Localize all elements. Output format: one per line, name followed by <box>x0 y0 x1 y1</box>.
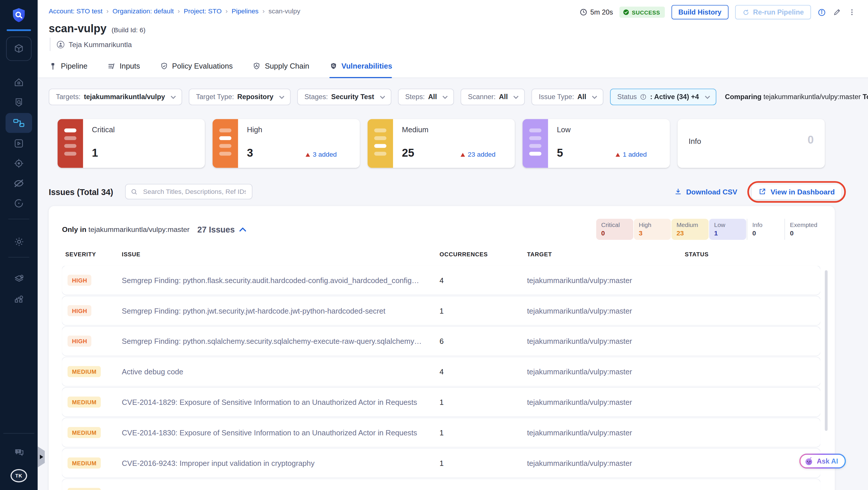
rerun-pipeline-button[interactable]: Re-run Pipeline <box>735 5 811 20</box>
table-row[interactable]: MEDIUM <box>62 479 820 490</box>
severity-badge: MEDIUM <box>67 427 101 438</box>
sidebar-item-exemptions[interactable] <box>6 174 32 193</box>
severity-gauge-medium <box>368 119 393 168</box>
sidebar-item-org-setup[interactable] <box>6 289 32 308</box>
chevron-down-icon <box>592 95 597 99</box>
table-row[interactable]: MEDIUM CVE-2014-1830: Exposure of Sensit… <box>62 418 820 447</box>
cube-icon <box>13 43 25 55</box>
chip-medium: Medium23 <box>672 219 709 240</box>
triangle-up-icon <box>306 153 310 156</box>
user-avatar[interactable]: TK <box>10 469 27 483</box>
sidebar-item-project-setup[interactable] <box>6 269 32 288</box>
scan-search-icon <box>13 97 24 108</box>
shield-search-icon <box>329 62 338 70</box>
home-icon <box>13 77 24 88</box>
table-row[interactable]: MEDIUM Active debug code 4 tejakummariku… <box>62 357 820 386</box>
severity-card-low[interactable]: Low 5 1 added <box>523 119 670 168</box>
severity-badge: HIGH <box>67 336 92 347</box>
layers-settings-icon <box>13 273 25 284</box>
breadcrumb-project[interactable]: Project: STO <box>174 7 222 15</box>
filter-steps[interactable]: Steps:All <box>398 89 454 105</box>
module-selector-button[interactable] <box>6 37 32 61</box>
info-icon[interactable] <box>818 8 826 17</box>
filter-scanner[interactable]: Scanner:All <box>461 89 525 105</box>
triangle-up-icon <box>460 153 465 156</box>
table-row[interactable]: HIGH Semgrep Finding: python.jwt.securit… <box>62 297 820 325</box>
sidebar-item-home[interactable] <box>6 73 32 92</box>
breadcrumb-organization[interactable]: Organization: default <box>102 7 174 15</box>
breadcrumb-pipelines[interactable]: Pipelines <box>222 7 258 15</box>
inputs-list-icon <box>107 62 116 70</box>
table-row[interactable]: MEDIUM CVE-2016-9243: Improper input val… <box>62 449 820 478</box>
build-history-button[interactable]: Build History <box>671 5 729 20</box>
severity-badge: HIGH <box>67 305 92 316</box>
ai-robot-icon <box>804 456 813 466</box>
issues-search[interactable] <box>125 184 253 200</box>
sidebar-item-targets[interactable] <box>6 154 32 173</box>
chip-exempted: Exempted0 <box>784 219 822 240</box>
severity-chip-strip: Critical0 High3 Medium23 Low1 Info0 Exem… <box>595 219 821 240</box>
comparing-text: Comparing tejakummarikuntla/vulpy:master… <box>725 93 868 101</box>
severity-badge: MEDIUM <box>67 366 101 377</box>
comparing-target[interactable]: tejakummarikuntla/vulpy:master <box>764 93 861 101</box>
severity-gauge-low <box>523 119 548 168</box>
tab-inputs[interactable]: Inputs <box>107 60 140 78</box>
severity-gauge-critical <box>58 119 83 168</box>
breadcrumb: Account: STO test Organization: default … <box>49 7 300 15</box>
header-actions: 5m 20s SUCCESS Build History Re-run Pi <box>580 5 856 20</box>
severity-card-critical[interactable]: Critical 1 <box>58 119 205 168</box>
col-status: STATUS <box>685 251 820 257</box>
harness-sto-logo-icon[interactable] <box>10 7 28 24</box>
breadcrumb-account[interactable]: Account: STO test <box>49 7 102 15</box>
sidebar-item-pipelines[interactable] <box>5 113 32 133</box>
tab-bar: Pipeline Inputs Policy Evaluations <box>49 60 392 78</box>
refresh-icon <box>743 9 750 16</box>
tab-policy-evaluations[interactable]: Policy Evaluations <box>160 60 233 78</box>
tab-supply-chain[interactable]: Supply Chain <box>253 60 309 78</box>
sidebar-item-settings[interactable] <box>6 232 32 251</box>
pipelines-icon <box>13 117 25 128</box>
power-icon <box>13 197 24 209</box>
help-chat-icon: ? <box>13 446 25 458</box>
sidebar-item-executions[interactable] <box>6 134 32 153</box>
org-settings-icon <box>13 293 25 304</box>
chevron-down-icon <box>705 95 710 99</box>
table-row[interactable]: HIGH Semgrep Finding: python.sqlalchemy.… <box>62 327 820 356</box>
filter-target-type[interactable]: Target Type:Repository <box>189 89 290 105</box>
shield-check-icon <box>160 62 168 70</box>
kebab-menu-icon[interactable] <box>848 8 856 17</box>
tab-pipeline[interactable]: Pipeline <box>49 60 87 78</box>
filter-targets[interactable]: Targets:tejakummarikuntla/vulpy <box>49 89 182 105</box>
chevron-down-icon <box>513 95 519 99</box>
tab-vulnerabilities[interactable]: Vulnerabilities <box>329 60 392 78</box>
view-in-dashboard-button[interactable]: View in Dashboard <box>752 184 842 199</box>
issues-table-body: HIGH Semgrep Finding: python.flask.secur… <box>62 266 820 490</box>
filter-stages[interactable]: Stages:Security Test <box>297 89 391 105</box>
shield-nodes-icon <box>253 62 261 70</box>
help-button[interactable]: ? <box>6 442 32 461</box>
filter-status[interactable]: Status : Active (34) +4 <box>610 89 716 105</box>
table-scrollbar[interactable] <box>825 270 828 431</box>
severity-card-info[interactable]: Info 0 <box>677 119 825 168</box>
sidebar-item-scans[interactable] <box>6 93 32 112</box>
target-icon <box>13 158 24 169</box>
issues-total-title: Issues (Total 34) <box>49 187 113 196</box>
group-collapse-toggle[interactable]: 27 Issues <box>197 225 246 234</box>
edit-pencil-icon[interactable] <box>833 8 841 17</box>
sidebar-divider <box>8 219 29 219</box>
search-input[interactable] <box>142 187 247 196</box>
table-row[interactable]: MEDIUM CVE-2014-1829: Exposure of Sensit… <box>62 388 820 417</box>
status-badge: SUCCESS <box>620 7 665 18</box>
download-csv-button[interactable]: Download CSV <box>675 187 737 196</box>
sidebar-footer: ? TK <box>0 433 38 490</box>
settings-gear-icon <box>13 236 25 247</box>
severity-card-high[interactable]: High 3 3 added <box>213 119 360 168</box>
ask-ai-button[interactable]: Ask AI <box>799 454 846 468</box>
chevron-right-icon <box>39 455 43 459</box>
filter-issue-type[interactable]: Issue Type:All <box>532 89 603 105</box>
filter-bar: Targets:tejakummarikuntla/vulpy Target T… <box>49 89 868 105</box>
red-annotation-circle: View in Dashboard <box>747 181 846 202</box>
severity-card-medium[interactable]: Medium 25 23 added <box>368 119 515 168</box>
sidebar-item-getting-started[interactable] <box>6 194 32 213</box>
table-row[interactable]: HIGH Semgrep Finding: python.flask.secur… <box>62 266 820 295</box>
